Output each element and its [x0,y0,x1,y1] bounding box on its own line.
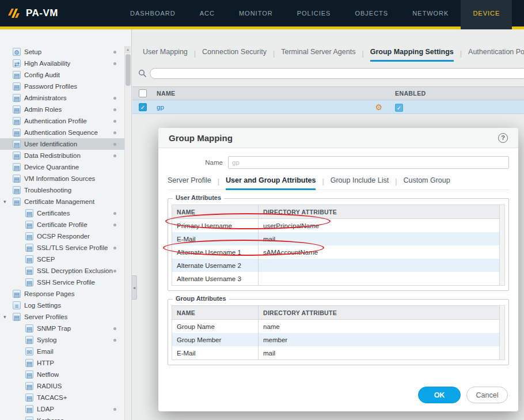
attr-row[interactable]: Group Namename [172,320,499,333]
scroll-up-icon[interactable]: ▴ [125,46,131,53]
attr-value-cell[interactable]: member [259,336,499,343]
sidebar-item-certificate-management[interactable]: ▾▤Certificate Management [0,196,124,207]
tab-terminal-server-agents[interactable]: Terminal Server Agents [281,48,355,62]
sidebar-item-authentication-sequence[interactable]: ▤Authentication Sequence [0,127,124,138]
name-input[interactable] [228,156,509,169]
sidebar-item-troubleshooting[interactable]: ▤Troubleshooting [0,184,124,196]
log-settings-icon: ≡ [13,301,21,309]
attr-value-cell[interactable]: mail [259,350,499,357]
sidebar-item-tacacs[interactable]: ▤TACACS+ [0,392,124,403]
sidebar-item-ocsp-responder[interactable]: ▤OCSP Responder [0,230,124,242]
sidebar-item-device-quarantine[interactable]: ▤Device Quarantine [0,161,124,173]
nav-tab-device[interactable]: DEVICE [461,0,512,27]
modal-tab-custom-group[interactable]: Custom Group [403,176,450,190]
nav-tab-monitor[interactable]: MONITOR [227,0,285,27]
sidebar-item-snmp-trap[interactable]: ▤SNMP Trap [0,323,124,334]
sidebar-item-label: Response Pages [24,290,75,297]
sidebar-item-ssl-decryption-exclusion[interactable]: ▤SSL Decryption Exclusion [0,265,124,277]
troubleshooting-icon: ▤ [13,186,21,194]
top-nav: DASHBOARDACCMONITORPOLICIESOBJECTSNETWOR… [118,0,512,27]
search-input[interactable] [150,68,524,79]
sidebar-item-data-redistribution[interactable]: ▤Data Redistribution [0,150,124,161]
attr-row[interactable]: E-Mailmail [172,346,499,360]
sidebar-item-ssh-service-profile[interactable]: ▤SSH Service Profile [0,277,124,288]
sidebar-item-log-settings[interactable]: ≡Log Settings [0,300,124,311]
attr-value-cell[interactable]: mail [259,236,499,243]
column-header-enabled[interactable]: ENABLED [390,90,524,97]
sidebar-item-response-pages[interactable]: ▤Response Pages [0,288,124,300]
tab-connection-security[interactable]: Connection Security [202,48,267,62]
attr-value-cell[interactable]: name [259,323,499,330]
modal-tab-server-profile[interactable]: Server Profile [168,176,211,190]
tab-authentication-por[interactable]: Authentication Por [468,48,524,62]
sidebar-item-user-identification[interactable]: ▤User Identification [0,138,124,150]
modified-dot [113,270,116,273]
row-name-link[interactable]: gp [157,104,164,111]
row-checkbox[interactable]: ✓ [139,103,147,111]
tab-group-mapping-settings[interactable]: Group Mapping Settings [370,48,454,62]
table-scrollbar[interactable] [500,305,505,360]
response-pages-icon: ▤ [13,290,21,298]
table-scrollbar[interactable] [500,205,505,286]
sidebar-item-ssl-tls-service-profile[interactable]: ▤SSL/TLS Service Profile [0,242,124,253]
sidebar-item-http[interactable]: ▤HTTP [0,357,124,369]
nav-tab-network[interactable]: NETWORK [400,0,461,27]
nav-tab-dashboard[interactable]: DASHBOARD [118,0,188,27]
sidebar-item-ldap[interactable]: ▤LDAP [0,403,124,415]
search-icon[interactable] [138,69,147,78]
nav-tab-objects[interactable]: OBJECTS [343,0,400,27]
cancel-button[interactable]: Cancel [466,387,508,403]
attr-row[interactable]: Alternate Username 2 [172,259,499,272]
modified-dot [113,51,116,54]
chevron-down-icon[interactable]: ▾ [3,314,13,320]
sidebar-item-scep[interactable]: ▤SCEP [0,253,124,265]
row-gear-icon[interactable]: ⚙ [375,103,382,112]
authentication-sequence-icon: ▤ [13,128,21,137]
sidebar-collapse-handle[interactable]: ◂ [132,275,137,300]
ok-button[interactable]: OK [418,387,461,403]
attr-name-cell: Alternate Username 2 [172,259,259,272]
attr-value-cell[interactable]: userPrincipalName [259,222,499,229]
attr-row[interactable]: Alternate Username 1sAMAccountName [172,245,499,259]
modal-tab-user-and-group-attributes[interactable]: User and Group Attributes [226,176,316,190]
nav-tab-policies[interactable]: POLICIES [285,0,343,27]
sidebar-item-config-audit[interactable]: ▤Config Audit [0,69,124,81]
attr-row[interactable]: Alternate Username 3 [172,272,499,285]
sidebar-item-certificates[interactable]: ▤Certificates [0,207,124,219]
help-icon[interactable]: ? [498,133,508,143]
sidebar-item-label: Device Quarantine [24,164,79,171]
enabled-checkbox[interactable]: ✓ [395,104,403,112]
sidebar-item-syslog[interactable]: ▤Syslog [0,334,124,346]
sidebar-item-high-availability[interactable]: ⇄High Availability [0,58,124,69]
sidebar-item-administrators[interactable]: ▤Administrators [0,92,124,104]
sidebar-item-admin-roles[interactable]: ▤Admin Roles [0,104,124,115]
tab-user-mapping[interactable]: User Mapping [143,48,188,62]
sidebar-item-authentication-profile[interactable]: ▤Authentication Profile [0,115,124,127]
chevron-down-icon[interactable]: ▾ [3,199,13,205]
scrollbar-thumb[interactable] [126,54,131,86]
row-checkbox-cell: ✓ [132,103,153,111]
sidebar-scrollbar[interactable]: ▴ [124,46,131,420]
attr-value-cell[interactable]: sAMAccountName [259,249,499,256]
column-header-name[interactable]: NAME [153,90,390,97]
ssh-service-profile-icon: ▤ [25,278,33,286]
attr-row[interactable]: Primary UsernameuserPrincipalName [172,219,499,232]
sidebar-item-kerberos[interactable]: ▤Kerberos [0,415,124,420]
attr-row[interactable]: E-Mailmail [172,232,499,245]
nav-tab-acc[interactable]: ACC [188,0,227,27]
sidebar-item-email[interactable]: ✉Email [0,346,124,357]
sidebar-item-radius[interactable]: ▤RADIUS [0,380,124,392]
dialog-footer: OK Cancel [418,387,508,403]
sidebar-item-server-profiles[interactable]: ▾▤Server Profiles [0,311,124,323]
sidebar-item-password-profiles[interactable]: ▤Password Profiles [0,81,124,92]
sidebar-item-label: Admin Roles [24,106,62,113]
sidebar-item-netflow[interactable]: ▤Netflow [0,369,124,380]
sidebar-item-certificate-profile[interactable]: ▤Certificate Profile [0,219,124,230]
sidebar-item-setup[interactable]: ⚙Setup [0,46,124,58]
sidebar-item-vm-information-sources[interactable]: ▤VM Information Sources [0,173,124,184]
select-all-checkbox[interactable] [139,89,147,97]
search-bar [138,67,524,80]
attr-row[interactable]: Group Membermember [172,333,499,346]
modal-tab-group-include-list[interactable]: Group Include List [331,176,389,190]
table-row[interactable]: ✓gp⚙✓ [132,100,524,114]
